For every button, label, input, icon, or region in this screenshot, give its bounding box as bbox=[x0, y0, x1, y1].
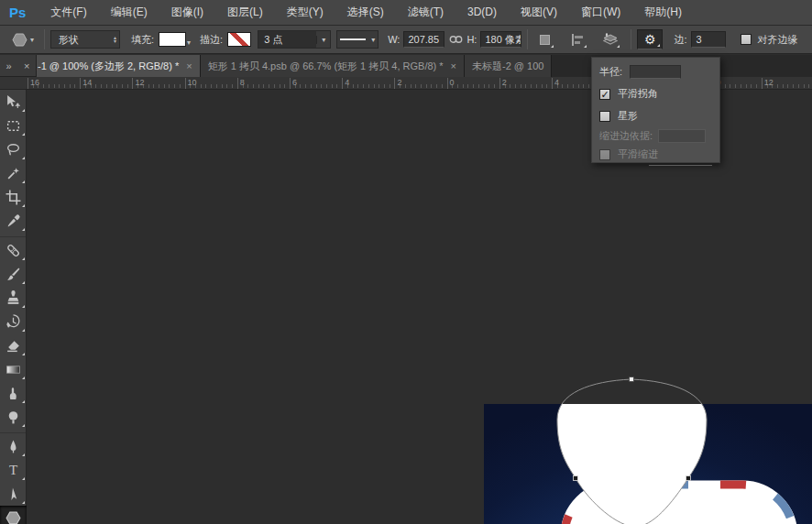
sides-input[interactable]: 3 bbox=[691, 31, 726, 48]
chevron-down-icon: ▾ bbox=[187, 38, 191, 47]
gradient-tool[interactable] bbox=[0, 357, 27, 381]
chevron-down-icon: ▾ bbox=[30, 36, 34, 44]
smudge-tool[interactable] bbox=[0, 381, 27, 405]
smooth-indents-checkbox bbox=[599, 149, 610, 160]
path-alignment-button[interactable] bbox=[566, 29, 588, 49]
flyout-corner-icon bbox=[22, 281, 25, 284]
rectangular-marquee-tool[interactable] bbox=[0, 114, 27, 137]
path-selection-tool-icon bbox=[5, 486, 21, 502]
chevron-down-icon bbox=[657, 44, 660, 47]
height-input[interactable]: 180 像素 bbox=[480, 31, 521, 48]
brush-tool[interactable] bbox=[0, 262, 27, 286]
menu-item[interactable]: 选择(S) bbox=[335, 0, 396, 25]
spot-healing-brush-tool[interactable] bbox=[0, 238, 27, 262]
menu-item[interactable]: 图层(L) bbox=[215, 0, 275, 25]
smooth-indents-label: 平滑缩进 bbox=[618, 147, 658, 161]
polygon-options-popup: 半径: ✓ 平滑拐角 星形 缩进边依据: 平滑缩进 bbox=[591, 57, 720, 163]
menu-item[interactable]: 文件(F) bbox=[38, 0, 98, 25]
crop-tool[interactable] bbox=[0, 185, 27, 209]
ruler-tick-label: 2 bbox=[502, 78, 507, 87]
path-selection-tool[interactable] bbox=[0, 482, 27, 506]
menu-item[interactable]: 类型(Y) bbox=[275, 0, 335, 25]
eyedropper-tool[interactable] bbox=[0, 209, 27, 233]
expand-panel-icon[interactable]: » bbox=[6, 60, 12, 71]
pen-tool-icon bbox=[5, 439, 21, 454]
menu-item[interactable]: 视图(V) bbox=[509, 0, 569, 25]
tool-preset-picker[interactable]: ▾ bbox=[7, 29, 38, 49]
type-tool[interactable]: T bbox=[0, 458, 27, 482]
eyedropper-tool-icon bbox=[5, 213, 21, 229]
document-tab[interactable]: 矩形 1 拷贝 4.psb @ 66.7% (矩形 1 拷贝 4, RGB/8)… bbox=[201, 55, 465, 77]
tool-mode-select[interactable]: 形状 ▴▾ bbox=[50, 30, 120, 49]
lasso-tool[interactable] bbox=[0, 137, 27, 161]
history-brush-tool[interactable] bbox=[0, 310, 27, 333]
fill-swatch-button[interactable]: ▾ bbox=[159, 32, 191, 47]
document-tab[interactable]: 未标题-2 @ 100 bbox=[465, 55, 552, 77]
fill-swatch bbox=[159, 32, 186, 47]
move-tool[interactable] bbox=[0, 90, 27, 114]
smooth-corners-checkbox[interactable]: ✓ bbox=[599, 89, 610, 100]
lasso-tool-icon bbox=[5, 142, 21, 158]
align-edges-label: 对齐边缘 bbox=[757, 33, 797, 47]
eraser-tool[interactable] bbox=[0, 333, 27, 357]
flyout-corner-icon bbox=[22, 453, 25, 456]
quick-selection-tool[interactable] bbox=[0, 161, 27, 185]
tools-panel: T bbox=[0, 90, 27, 524]
ruler-tick-label: 2 bbox=[397, 78, 401, 87]
tab-title: 矩形 1 拷贝 4.psb @ 66.7% (矩形 1 拷贝 4, RGB/8)… bbox=[208, 60, 444, 73]
geometry-options-button[interactable]: ⚙ bbox=[637, 29, 663, 49]
align-edges-checkbox[interactable] bbox=[741, 34, 752, 45]
tool-mode-value: 形状 bbox=[59, 33, 79, 47]
quick-selection-tool-icon bbox=[5, 166, 21, 181]
radius-input[interactable] bbox=[630, 65, 681, 79]
width-input[interactable]: 207.85 bbox=[403, 31, 444, 48]
polygon-tool-icon bbox=[5, 510, 21, 524]
ruler-tick-label: 4 bbox=[554, 78, 559, 87]
spot-healing-brush-tool-icon bbox=[5, 243, 21, 258]
star-label: 星形 bbox=[618, 109, 638, 123]
anchor-point-top[interactable] bbox=[630, 377, 634, 382]
menu-item[interactable]: 滤镜(T) bbox=[396, 0, 455, 25]
tool-group-divider bbox=[0, 429, 26, 433]
close-panel-icon[interactable]: × bbox=[24, 60, 29, 71]
clone-stamp-tool[interactable] bbox=[0, 286, 27, 310]
gradient-tool-icon bbox=[5, 362, 21, 377]
ruler-tick-label: 8 bbox=[240, 78, 245, 87]
history-brush-tool-icon bbox=[5, 314, 21, 330]
dodge-tool[interactable] bbox=[0, 405, 27, 429]
path-operations-button[interactable] bbox=[533, 29, 555, 49]
stroke-type-select[interactable]: ▾ bbox=[336, 30, 379, 49]
menu-item[interactable]: 帮助(H) bbox=[632, 0, 694, 25]
menu-items: 文件(F)编辑(E)图像(I)图层(L)类型(Y)选择(S)滤镜(T)3D(D)… bbox=[38, 0, 694, 25]
path-arrangement-button[interactable] bbox=[599, 29, 621, 49]
document-canvas[interactable] bbox=[484, 404, 812, 524]
polygon-tool[interactable] bbox=[0, 506, 27, 524]
menu-item[interactable]: 编辑(E) bbox=[99, 0, 159, 25]
gear-icon: ⚙ bbox=[644, 32, 656, 47]
menu-item[interactable]: 窗口(W) bbox=[569, 0, 632, 25]
menu-item[interactable]: 图像(I) bbox=[159, 0, 215, 25]
tab-title: 未标题-2 @ 100 bbox=[472, 60, 543, 73]
ruler-tick-label: 6 bbox=[292, 78, 297, 87]
move-tool-icon bbox=[5, 94, 21, 110]
stroke-width-select[interactable]: 3 点 ▾ bbox=[258, 30, 331, 49]
divider bbox=[649, 165, 712, 166]
width-value: 207.85 bbox=[408, 34, 439, 45]
chevron-down-icon bbox=[584, 45, 587, 48]
stroke-swatch-button[interactable] bbox=[227, 32, 251, 47]
flyout-corner-icon bbox=[22, 353, 25, 355]
radius-label: 半径: bbox=[599, 65, 622, 79]
ruler-tick-label: 12 bbox=[135, 78, 144, 87]
ruler-tick-label: 4 bbox=[345, 78, 349, 87]
tab-close-icon[interactable]: × bbox=[451, 60, 456, 71]
chevron-down-icon bbox=[551, 45, 554, 48]
ruler-tick-label: 10 bbox=[188, 78, 197, 87]
sides-value: 3 bbox=[696, 34, 701, 45]
menu-item[interactable]: 3D(D) bbox=[455, 0, 509, 25]
eraser-tool-icon bbox=[5, 338, 21, 354]
link-dimensions-button[interactable] bbox=[447, 29, 464, 49]
pen-tool[interactable] bbox=[0, 434, 27, 458]
tab-close-icon[interactable]: × bbox=[186, 60, 192, 71]
ruler-tick-label: 16 bbox=[30, 78, 39, 87]
star-checkbox[interactable] bbox=[599, 111, 610, 122]
